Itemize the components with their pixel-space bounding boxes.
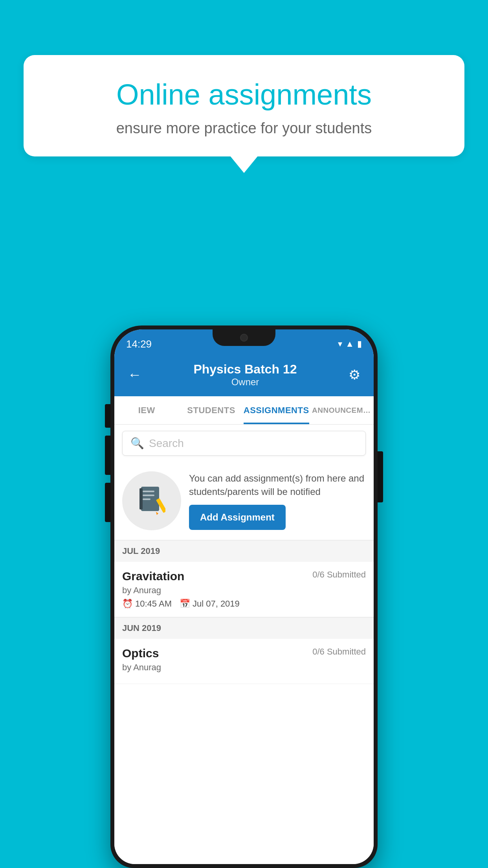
tab-iew-label: IEW (138, 405, 155, 416)
meta-date: 📅 Jul 07, 2019 (180, 599, 240, 609)
add-assignment-button[interactable]: Add Assignment (189, 505, 286, 530)
battery-icon: ▮ (357, 339, 362, 349)
promo-icon-circle (122, 471, 181, 530)
signal-icon: ▲ (345, 339, 354, 349)
phone-side-button-vol-up (105, 404, 110, 428)
tab-assignments[interactable]: ASSIGNMENTS (244, 396, 309, 424)
settings-button[interactable]: ⚙ (345, 363, 364, 386)
meta-time: ⏰ 10:45 AM (122, 599, 172, 609)
assignment-item-gravitation[interactable]: Gravitation 0/6 Submitted by Anurag ⏰ 10… (114, 562, 374, 617)
phone-side-button-vol-down1 (105, 436, 110, 475)
tab-announcements-label: ANNOUNCEM… (312, 406, 371, 415)
camera-lens (240, 334, 248, 342)
promo-description: You can add assignment(s) from here and … (189, 472, 366, 498)
app-header: ← Physics Batch 12 Owner ⚙ (114, 353, 374, 396)
status-icons: ▾ ▲ ▮ (338, 339, 362, 349)
status-time: 14:29 (126, 338, 152, 350)
speech-bubble: Online assignments ensure more practice … (24, 55, 464, 156)
assignment-submitted-optics: 0/6 Submitted (312, 647, 366, 657)
tab-announcements[interactable]: ANNOUNCEM… (309, 396, 374, 424)
assignment-title-gravitation: Gravitation (122, 570, 184, 583)
assignment-meta-gravitation: ⏰ 10:45 AM 📅 Jul 07, 2019 (122, 599, 366, 609)
tab-iew[interactable]: IEW (114, 396, 179, 424)
section-header-jun-2019: JUN 2019 (114, 617, 374, 639)
phone-screen: 14:29 ▾ ▲ ▮ ← Physics Batch 12 Owner ⚙ (114, 329, 374, 864)
assignment-author-optics: by Anurag (122, 662, 366, 673)
bubble-subtitle: ensure more practice for your students (51, 120, 437, 137)
search-container: 🔍 Search (114, 425, 374, 462)
search-icon: 🔍 (130, 437, 144, 450)
header-subtitle: Owner (146, 377, 345, 388)
section-header-jul-2019: JUL 2019 (114, 540, 374, 562)
bubble-title: Online assignments (51, 79, 437, 110)
svg-rect-1 (139, 488, 143, 509)
assignment-submitted-gravitation: 0/6 Submitted (312, 570, 366, 580)
promo-text-area: You can add assignment(s) from here and … (189, 472, 366, 530)
tab-bar: IEW STUDENTS ASSIGNMENTS ANNOUNCEM… (114, 396, 374, 425)
phone-notch (213, 329, 275, 346)
phone-content: 14:29 ▾ ▲ ▮ ← Physics Batch 12 Owner ⚙ (114, 329, 374, 864)
content-area: 🔍 Search (114, 425, 374, 864)
header-title-area: Physics Batch 12 Owner (146, 362, 345, 388)
header-title: Physics Batch 12 (146, 362, 345, 377)
assignment-date: Jul 07, 2019 (193, 599, 240, 609)
svg-rect-2 (143, 491, 154, 492)
svg-marker-6 (156, 512, 158, 515)
assignment-top: Gravitation 0/6 Submitted (122, 570, 366, 583)
clock-icon: ⏰ (122, 599, 133, 609)
assignment-top-optics: Optics 0/6 Submitted (122, 647, 366, 660)
promo-section: You can add assignment(s) from here and … (114, 462, 374, 540)
svg-rect-3 (143, 495, 154, 496)
assignment-time: 10:45 AM (135, 599, 172, 609)
tab-students[interactable]: STUDENTS (179, 396, 243, 424)
phone-frame: 14:29 ▾ ▲ ▮ ← Physics Batch 12 Owner ⚙ (110, 326, 378, 868)
assignment-title-optics: Optics (122, 647, 159, 660)
phone-side-button-power (378, 451, 383, 502)
speech-bubble-container: Online assignments ensure more practice … (24, 55, 464, 156)
notebook-icon (138, 485, 165, 517)
tab-assignments-label: ASSIGNMENTS (244, 405, 309, 416)
wifi-icon: ▾ (338, 339, 342, 349)
tab-students-label: STUDENTS (187, 405, 235, 416)
search-bar[interactable]: 🔍 Search (122, 431, 366, 456)
search-placeholder: Search (149, 437, 184, 450)
assignment-author-gravitation: by Anurag (122, 585, 366, 596)
phone-side-button-vol-down2 (105, 483, 110, 522)
svg-rect-4 (143, 498, 150, 500)
back-button[interactable]: ← (124, 362, 146, 387)
calendar-icon: 📅 (180, 599, 190, 609)
assignment-item-optics[interactable]: Optics 0/6 Submitted by Anurag (114, 639, 374, 684)
